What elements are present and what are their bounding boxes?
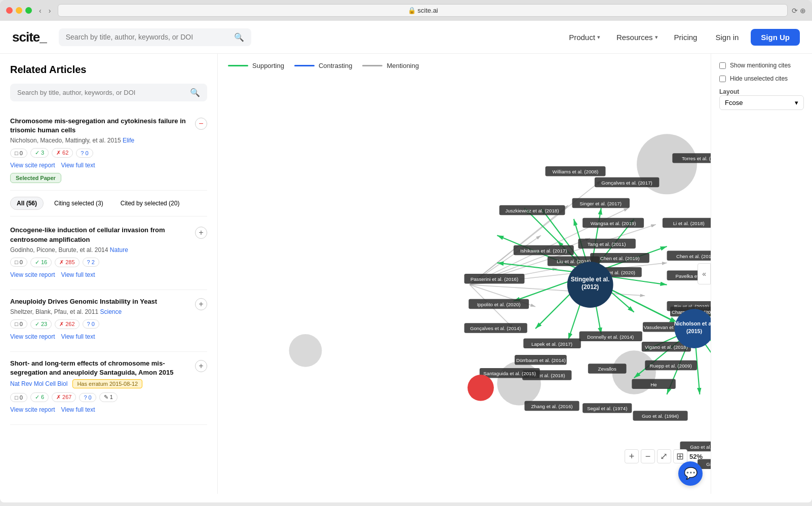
svg-text:Gonçalves et al. (2017): Gonçalves et al. (2017) [601,180,652,186]
links-row-4: View scite report View full text [10,406,207,413]
svg-text:Chen et al. (2018): Chen et al. (2018) [676,254,711,259]
svg-point-166 [468,375,494,401]
svg-text:Williams et al. (2008): Williams et al. (2008) [553,169,599,174]
svg-text:Tang et al. (2011): Tang et al. (2011) [588,241,626,247]
zoom-in-button[interactable]: + [625,449,639,463]
layout-dropdown[interactable]: Fcose ▾ [719,95,804,110]
sidebar-search-bar[interactable]: 🔍 [10,84,207,101]
legend-label-mentioning: Mentioning [386,62,419,69]
links-row-3: View scite report View full text [10,333,207,340]
article-title-4: Short- and long-term effects of chromoso… [10,359,195,377]
add-button-4[interactable]: + [195,360,207,372]
stats-row-1: □ 0 ✓ 3 ✗ 62 ? 0 [10,148,207,158]
legend-label-supporting: Supporting [252,62,284,69]
hide-unselected-checkbox[interactable] [719,76,726,82]
hide-unselected-row: Hide unselected cites [719,75,804,82]
svg-text:Nicholson et al.: Nicholson et al. [674,320,711,327]
article-journal-1[interactable]: Elife [123,137,134,144]
stat-supporting-4: ✓ 6 [30,392,49,402]
article-card-1: Chromosome mis-segregation and cytokines… [10,110,207,191]
stats-row-2: □ 0 ✓ 16 ✗ 285 ? 2 [10,258,207,267]
svg-text:Zhang et al. (2016): Zhang et al. (2016) [531,404,572,409]
filter-all[interactable]: All (56) [10,197,44,210]
view-scite-report-2[interactable]: View scite report [10,271,55,278]
article-title-1: Chromosome mis-segregation and cytokines… [10,117,195,135]
nav-pricing[interactable]: Pricing [668,29,704,46]
filter-citing[interactable]: Citing selected (3) [48,197,110,210]
add-button-2[interactable]: + [195,227,207,239]
view-full-text-4[interactable]: View full text [61,406,95,413]
svg-text:Singer et al. (2017): Singer et al. (2017) [579,201,622,206]
traffic-light-yellow[interactable] [16,7,22,14]
layout-label: Layout [719,88,804,95]
view-scite-report-1[interactable]: View scite report [10,162,55,169]
chat-button[interactable]: 💬 [678,461,703,486]
nav-resources[interactable]: Resources ▾ [610,29,664,46]
filter-tabs: All (56) Citing selected (3) Cited by se… [10,191,207,216]
svg-text:Vigano et al. (2018): Vigano et al. (2018) [645,344,688,350]
back-button[interactable]: ‹ [36,6,45,16]
add-button-3[interactable]: + [195,298,207,310]
zoom-fit-button[interactable]: ⤢ [657,449,671,463]
header-search-input[interactable] [66,33,230,41]
nav-product[interactable]: Product ▾ [563,29,606,46]
layout-section: Layout Fcose ▾ [719,88,804,110]
filter-cited[interactable]: Cited by selected (20) [114,197,186,210]
article-journal-3[interactable]: Science [100,308,122,315]
traffic-light-green[interactable] [25,7,32,14]
view-full-text-2[interactable]: View full text [61,271,95,278]
legend-line-gray [362,65,382,66]
legend-label-contrasting: Contrasting [319,62,352,69]
search-icon: 🔍 [190,88,200,97]
svg-text:Ippolito et al. (2020): Ippolito et al. (2020) [477,302,521,307]
show-mentioning-label[interactable]: Show mentioning cites [730,62,791,69]
stat-supporting-2: ✓ 16 [30,258,52,267]
collapse-sidebar-button[interactable]: « [698,263,711,284]
view-full-text-1[interactable]: View full text [61,162,95,169]
svg-text:Zevallos: Zevallos [598,366,616,372]
stat-edit-4: ✎ 1 [99,392,118,402]
links-row-1: View scite report View full text [10,162,207,169]
header-search-bar[interactable]: 🔍 [59,28,251,46]
signin-button[interactable]: Sign in [707,29,747,46]
view-scite-report-4[interactable]: View scite report [10,406,55,413]
zoom-out-button[interactable]: − [641,449,655,463]
chevron-down-icon: ▾ [597,34,600,41]
legend-contrasting: Contrasting [294,62,352,69]
traffic-light-red[interactable] [6,7,13,14]
url-bar[interactable]: 🔒 scite.ai [58,4,788,17]
site-logo[interactable]: scite_ [12,29,47,45]
svg-text:Gonçalves et al. (2014): Gonçalves et al. (2014) [470,326,521,331]
zoom-level: 52% [689,453,703,460]
article-journal-4[interactable]: Nat Rev Mol Cell Biol [10,380,67,387]
hide-unselected-label[interactable]: Hide unselected cites [730,75,788,82]
article-journal-2[interactable]: Nature [110,246,128,254]
url-text: scite.ai [417,7,438,14]
nav-pricing-label: Pricing [674,33,698,42]
view-full-text-3[interactable]: View full text [61,333,95,340]
right-panel: Show mentioning cites Hide unselected ci… [711,54,812,494]
zoom-reset-button[interactable]: ⊞ [673,449,687,463]
article-authors-inline-4: Santaguida, Amon 2015 [99,369,173,376]
view-scite-report-3[interactable]: View scite report [10,333,55,340]
graph-area[interactable]: Supporting Contrasting Mentioning [218,54,711,494]
article-title-3: Aneuploidy Drives Genomic Instability in… [10,297,157,306]
article-meta-1: Nicholson, Macedo, Mattingly, et al. 201… [10,137,195,144]
stats-row-3: □ 0 ✓ 23 ✗ 262 ? 0 [10,319,207,329]
signup-button[interactable]: Sign Up [751,29,800,46]
stats-row-4: □ 0 ✓ 6 ✗ 267 ? 0 ✎ 1 [10,392,207,402]
svg-text:Chen et al. (2019): Chen et al. (2019) [600,256,640,261]
stat-neutral-4: □ 0 [10,393,27,402]
network-graph[interactable]: Williams et al. (2008) Gonçalves et al. … [218,54,711,494]
article-card-2: Oncogene-like induction of cellular inva… [10,219,207,290]
article-card-3: Aneuploidy Drives Genomic Instability in… [10,290,207,352]
main-content: Related Articles 🔍 Chromosome mis-segreg… [0,54,812,494]
show-mentioning-checkbox[interactable] [719,62,726,69]
svg-text:Li et al. (2018): Li et al. (2018) [673,221,705,226]
remove-button-1[interactable]: − [195,118,207,130]
forward-button[interactable]: › [46,6,54,16]
svg-text:Giam et al. (2019): Giam et al. (2019) [706,461,711,467]
stat-supporting-1: ✓ 3 [30,148,49,158]
sidebar-search-input[interactable] [17,89,186,96]
stat-mentioning-1: ? 0 [76,149,93,158]
